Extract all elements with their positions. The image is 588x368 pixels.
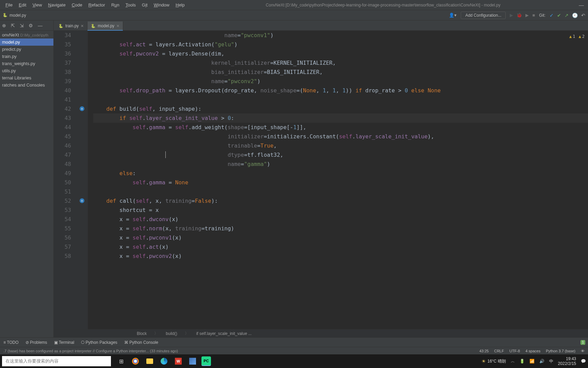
python-file-icon: 🐍	[91, 24, 96, 28]
chrome-icon[interactable]	[130, 356, 141, 367]
code-with-me-icon[interactable]: 👤▾	[449, 13, 457, 18]
line-separator[interactable]: CRLF	[494, 349, 504, 353]
project-toolbar: ⊕ ⇱ ⇲ ⚙ —	[0, 20, 53, 31]
menu-window[interactable]: Window	[151, 1, 172, 9]
crumb[interactable]: if self.layer_scale_init_value ...	[195, 331, 253, 336]
line-number-gutter[interactable]: 3435363738394041424344454647484950515253…	[54, 31, 78, 329]
expand-all-icon[interactable]: ⇱	[11, 23, 15, 28]
project-tool-window: ⊕ ⇱ ⇲ ⚙ — onvNeXt D:\My_code\pyth model.…	[0, 20, 54, 337]
pycharm-icon[interactable]: PC	[201, 356, 211, 366]
windows-search-input[interactable]: 在这里输入你要搜索的内容	[2, 356, 111, 366]
tab-train[interactable]: 🐍 train.py ✕	[55, 21, 87, 30]
project-tree[interactable]: onvNeXt D:\My_code\pyth model.py predict…	[0, 31, 53, 89]
menu-tools[interactable]: Tools	[123, 1, 138, 9]
git-commit-icon[interactable]: ✔	[557, 13, 561, 18]
status-message[interactable]: .7 (base) has been configured as a proje…	[3, 349, 479, 353]
git-update-icon[interactable]: ✓	[550, 13, 554, 18]
coverage-icon[interactable]: ▶	[525, 13, 529, 18]
reader-mode-icon[interactable]: 👁	[581, 349, 585, 353]
battery-icon[interactable]: 🔋	[520, 359, 525, 364]
menu-run[interactable]: Run	[109, 1, 122, 9]
settings-icon[interactable]: ⚙	[29, 23, 33, 28]
minimize-icon[interactable]: —	[579, 2, 584, 8]
crumb[interactable]: build()	[164, 331, 178, 336]
window-title: ConvNeXt [D:\My_code\pythonProject\deep-…	[187, 3, 579, 7]
caret-position[interactable]: 43:25	[479, 349, 489, 353]
indent-config[interactable]: 4 spaces	[525, 349, 540, 353]
notifications-icon[interactable]: 💬	[581, 359, 586, 364]
weather-widget[interactable]: ☀ 16°C 晴朗	[481, 358, 506, 364]
tree-item-train[interactable]: train.py	[0, 53, 53, 60]
editor-panel: 🐍 train.py ✕ 🐍 model.py ✕ 34353637383940…	[54, 20, 588, 337]
git-rollback-icon[interactable]: ↶	[581, 13, 585, 18]
python-file-icon: 🐍	[59, 24, 63, 28]
terminal-button[interactable]: ▣ Terminal	[54, 340, 74, 345]
status-bar: .7 (base) has been configured as a proje…	[0, 347, 588, 354]
tree-item-predict[interactable]: predict.py	[0, 46, 53, 53]
tab-model[interactable]: 🐍 model.py ✕	[87, 21, 123, 30]
warning-count[interactable]: 1	[569, 32, 575, 41]
typo-count[interactable]: 2	[579, 32, 585, 41]
breadcrumb-label: model.py	[10, 13, 26, 18]
editor-tabs: 🐍 train.py ✕ 🐍 model.py ✕	[54, 20, 588, 31]
ime-indicator[interactable]: 中	[549, 358, 553, 364]
git-label: Git:	[539, 13, 545, 18]
clock[interactable]: 19:43 2022/2/15	[558, 356, 576, 366]
python-console-button[interactable]: ⌘ Python Console	[124, 340, 158, 345]
menu-navigate[interactable]: Navigate	[45, 1, 68, 9]
fold-gutter[interactable]: oo	[78, 31, 88, 329]
tray-chevron-icon[interactable]: ︿	[511, 358, 515, 364]
tree-item-trans-weights[interactable]: trans_weights.py	[0, 60, 53, 67]
title-bar: File Edit View Navigate Code Refactor Ru…	[0, 0, 588, 10]
collapse-all-icon[interactable]: ⇲	[20, 23, 24, 28]
tree-item-external-libs[interactable]: ternal Libraries	[0, 74, 53, 81]
wps-icon[interactable]: W	[173, 356, 184, 367]
system-tray: ☀ 16°C 晴朗 ︿ 🔋 📶 🔊 中 19:43 2022/2/15 💬	[481, 356, 586, 366]
menu-git[interactable]: Git	[139, 1, 150, 9]
menu-help[interactable]: Help	[173, 1, 187, 9]
bottom-tool-buttons: ≡ TODO ⊘ Problems ▣ Terminal ⎔ Python Pa…	[0, 337, 588, 347]
run-icon[interactable]: ▶	[510, 13, 513, 18]
main-menu: File Edit View Navigate Code Refactor Ru…	[3, 1, 187, 9]
notifications-badge[interactable]: 1	[581, 340, 585, 345]
photos-icon[interactable]	[187, 356, 198, 367]
interpreter[interactable]: Python 3.7 (base)	[546, 349, 575, 353]
edge-icon[interactable]	[159, 356, 169, 367]
inspections-widget[interactable]: 1 2	[569, 32, 585, 41]
menu-file[interactable]: File	[3, 1, 15, 9]
wifi-icon[interactable]: 📶	[529, 359, 535, 364]
code-editor[interactable]: 3435363738394041424344454647484950515253…	[54, 31, 588, 329]
menu-edit[interactable]: Edit	[16, 1, 29, 9]
volume-icon[interactable]: 🔊	[539, 359, 544, 364]
select-opened-file-icon[interactable]: ⊕	[2, 23, 6, 28]
stop-icon[interactable]: ■	[532, 13, 535, 18]
debug-icon[interactable]: 🐞	[517, 13, 522, 18]
windows-taskbar: 在这里输入你要搜索的内容 ⊞ W PC ☀ 16°C 晴朗 ︿ 🔋 📶 🔊 中 …	[0, 354, 588, 368]
menu-refactor[interactable]: Refactor	[86, 1, 108, 9]
python-packages-button[interactable]: ⎔ Python Packages	[81, 340, 117, 345]
add-configuration-button[interactable]: Add Configuration...	[461, 12, 506, 19]
python-file-icon: 🐍	[3, 13, 7, 17]
explorer-icon[interactable]	[144, 356, 155, 367]
file-encoding[interactable]: UTF-8	[509, 349, 520, 353]
hide-icon[interactable]: —	[38, 23, 43, 28]
editor-breadcrumbs[interactable]: Block 〉 build() 〉 if self.layer_scale_in…	[54, 329, 588, 337]
crumb[interactable]: Block	[135, 331, 148, 336]
menu-view[interactable]: View	[30, 1, 45, 9]
task-view-icon[interactable]: ⊞	[116, 356, 127, 367]
breadcrumb-file[interactable]: 🐍 model.py	[3, 13, 26, 18]
git-push-icon[interactable]: ↗	[565, 13, 569, 18]
tree-item-model[interactable]: model.py	[0, 39, 53, 46]
problems-button[interactable]: ⊘ Problems	[26, 340, 47, 345]
window-controls: —	[579, 2, 585, 8]
project-root[interactable]: onvNeXt D:\My_code\pyth	[0, 31, 53, 39]
tree-item-utils[interactable]: utils.py	[0, 67, 53, 74]
tree-item-scratches[interactable]: ratches and Consoles	[0, 81, 53, 89]
close-icon[interactable]: ✕	[116, 24, 119, 28]
menu-code[interactable]: Code	[69, 1, 85, 9]
close-icon[interactable]: ✕	[81, 24, 84, 28]
sun-icon: ☀	[481, 358, 486, 364]
todo-button[interactable]: ≡ TODO	[3, 340, 19, 345]
git-history-icon[interactable]: 🕘	[572, 13, 578, 18]
navigation-bar: 🐍 model.py 👤▾ Add Configuration... ▶ 🐞 ▶…	[0, 10, 588, 20]
